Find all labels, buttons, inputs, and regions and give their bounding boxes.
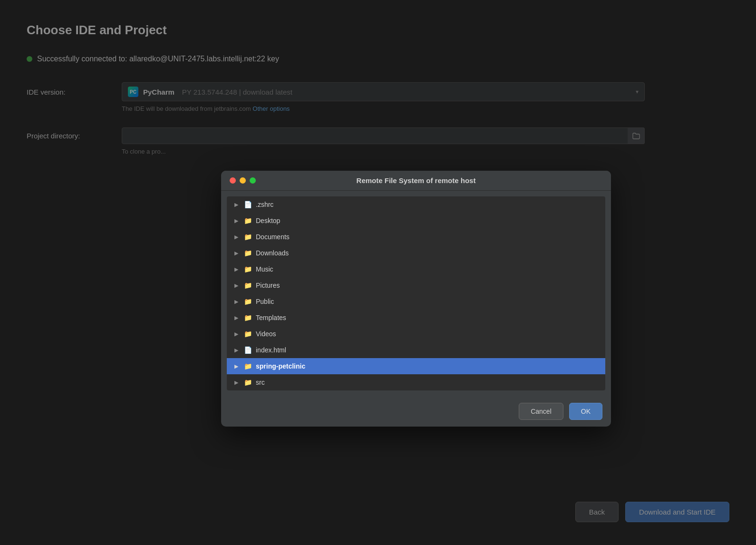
folder-icon: 📁 [244, 362, 252, 370]
folder-icon: 📁 [244, 265, 252, 273]
folder-icon: 📁 [244, 330, 252, 338]
expand-icon: ▶ [234, 266, 240, 272]
traffic-lights [230, 177, 256, 184]
expand-icon: ▶ [234, 363, 240, 370]
expand-icon: ▶ [234, 202, 240, 208]
tree-item-videos[interactable]: ▶📁Videos [227, 326, 605, 342]
folder-icon: 📁 [244, 217, 252, 224]
tree-item-label: Videos [256, 330, 276, 338]
file-icon: 📄 [244, 201, 252, 208]
tree-item-label: Pictures [256, 282, 280, 289]
expand-icon: ▶ [234, 347, 240, 353]
main-panel: Choose IDE and Project Successfully conn… [0, 0, 756, 545]
cancel-button[interactable]: Cancel [519, 403, 563, 420]
minimize-window-button[interactable] [240, 177, 246, 184]
modal-title: Remote File System of remote host [357, 176, 476, 185]
tree-item-label: Downloads [256, 249, 289, 257]
folder-icon: 📁 [244, 249, 252, 257]
tree-item-src[interactable]: ▶📁src [227, 374, 605, 390]
folder-icon: 📁 [244, 233, 252, 241]
folder-icon: 📁 [244, 298, 252, 305]
tree-item-spring-petclinic[interactable]: ▶📁spring-petclinic [227, 358, 605, 374]
tree-item-templates[interactable]: ▶📁Templates [227, 310, 605, 326]
expand-icon: ▶ [234, 250, 240, 256]
expand-icon: ▶ [234, 218, 240, 224]
close-window-button[interactable] [230, 177, 236, 184]
expand-icon: ▶ [234, 299, 240, 305]
tree-item-label: Templates [256, 314, 286, 321]
tree-item-label: src [256, 379, 265, 386]
modal-footer: Cancel OK [221, 396, 611, 427]
tree-item-downloads[interactable]: ▶📁Downloads [227, 245, 605, 261]
modal-body: ▶📄.zshrc▶📁Desktop▶📁Documents▶📁Downloads▶… [221, 191, 611, 396]
tree-item-label: Public [256, 298, 274, 305]
expand-icon: ▶ [234, 234, 240, 240]
expand-icon: ▶ [234, 380, 240, 386]
expand-icon: ▶ [234, 331, 240, 337]
tree-item-label: .zshrc [256, 201, 273, 208]
tree-item-label: index.html [256, 346, 286, 354]
folder-icon: 📁 [244, 379, 252, 386]
file-icon: 📄 [244, 346, 252, 354]
maximize-window-button[interactable] [250, 177, 256, 184]
tree-item-index-html[interactable]: ▶📄index.html [227, 342, 605, 358]
folder-icon: 📁 [244, 282, 252, 289]
expand-icon: ▶ [234, 282, 240, 289]
tree-item-label: Documents [256, 233, 290, 241]
tree-item--zshrc[interactable]: ▶📄.zshrc [227, 196, 605, 213]
folder-icon: 📁 [244, 314, 252, 321]
tree-item-music[interactable]: ▶📁Music [227, 261, 605, 277]
modal-titlebar: Remote File System of remote host [221, 171, 611, 191]
tree-item-desktop[interactable]: ▶📁Desktop [227, 213, 605, 229]
modal-overlay: Remote File System of remote host ▶📄.zsh… [0, 0, 756, 545]
tree-item-label: Desktop [256, 217, 280, 224]
tree-item-label: spring-petclinic [256, 362, 305, 370]
tree-item-documents[interactable]: ▶📁Documents [227, 229, 605, 245]
tree-item-public[interactable]: ▶📁Public [227, 293, 605, 310]
file-tree: ▶📄.zshrc▶📁Desktop▶📁Documents▶📁Downloads▶… [227, 196, 605, 390]
expand-icon: ▶ [234, 315, 240, 321]
file-system-modal: Remote File System of remote host ▶📄.zsh… [221, 171, 611, 427]
tree-item-pictures[interactable]: ▶📁Pictures [227, 277, 605, 293]
ok-button[interactable]: OK [569, 403, 602, 420]
tree-item-label: Music [256, 265, 273, 273]
